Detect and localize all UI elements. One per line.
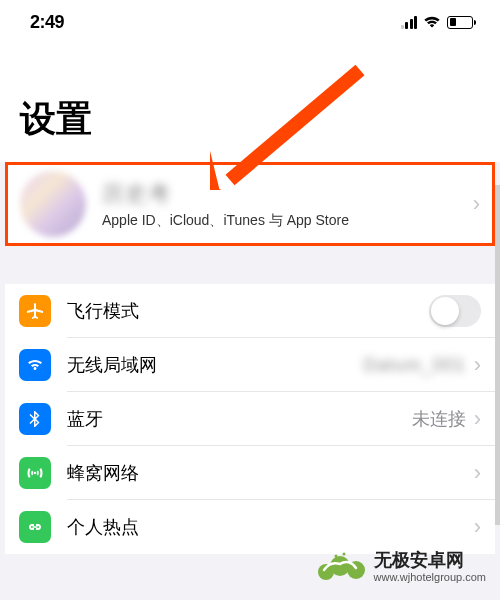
row-label: 飞行模式 — [67, 299, 429, 323]
chevron-right-icon: › — [474, 514, 481, 540]
chevron-right-icon: › — [473, 191, 480, 217]
apple-id-row[interactable]: 历史考 Apple ID、iCloud、iTunes 与 App Store › — [5, 162, 495, 246]
chevron-right-icon: › — [474, 352, 481, 378]
row-wifi[interactable]: 无线局域网 Datum_001 › — [5, 338, 495, 392]
hotspot-icon — [19, 511, 51, 543]
row-cellular[interactable]: 蜂窝网络 › — [5, 446, 495, 500]
chevron-right-icon: › — [474, 406, 481, 432]
watermark-logo-icon — [318, 548, 366, 586]
row-label: 个人热点 — [67, 515, 466, 539]
row-label: 蜂窝网络 — [67, 461, 466, 485]
signal-icon — [399, 15, 417, 29]
svg-point-5 — [342, 553, 345, 556]
svg-point-4 — [334, 555, 337, 558]
status-icons — [399, 15, 476, 29]
row-detail: 未连接 — [412, 407, 466, 431]
row-bluetooth[interactable]: 蓝牙 未连接 › — [5, 392, 495, 446]
status-bar: 2:49 — [0, 0, 500, 40]
bluetooth-icon — [19, 403, 51, 435]
chevron-right-icon: › — [474, 460, 481, 486]
battery-icon — [447, 16, 476, 29]
watermark-url: www.wjhotelgroup.com — [374, 571, 487, 583]
row-label: 蓝牙 — [67, 407, 412, 431]
row-detail: Datum_001 — [364, 355, 466, 376]
watermark: 无极安卓网 www.wjhotelgroup.com — [318, 548, 487, 586]
wifi-settings-icon — [19, 349, 51, 381]
svg-point-2 — [330, 556, 350, 576]
airplane-icon — [19, 295, 51, 327]
status-time: 2:49 — [30, 12, 64, 33]
wifi-icon — [423, 15, 441, 29]
settings-list: 飞行模式 无线局域网 Datum_001 › 蓝牙 未连接 › 蜂窝网络 › 个… — [5, 284, 495, 554]
cellular-icon — [19, 457, 51, 489]
watermark-name: 无极安卓网 — [374, 551, 487, 571]
avatar — [20, 171, 86, 237]
row-airplane[interactable]: 飞行模式 — [5, 284, 495, 338]
apple-id-subtitle: Apple ID、iCloud、iTunes 与 App Store — [102, 212, 465, 230]
page-title: 设置 — [0, 95, 500, 162]
row-hotspot[interactable]: 个人热点 › — [5, 500, 495, 554]
scrollbar-edge — [495, 185, 500, 525]
airplane-toggle[interactable] — [429, 295, 481, 327]
user-name: 历史考 — [102, 179, 465, 209]
row-label: 无线局域网 — [67, 353, 364, 377]
